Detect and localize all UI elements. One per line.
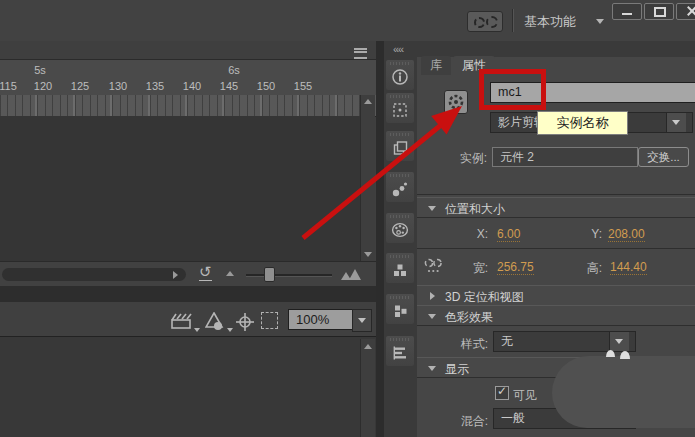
frame-number: 150 (253, 80, 279, 92)
section-color-effect[interactable]: 色彩效果 (417, 305, 695, 326)
width-value[interactable]: 256.75 (497, 260, 534, 275)
swap-button[interactable]: 交换... (638, 147, 689, 167)
overlay-blob (552, 356, 695, 428)
tab-library[interactable]: 库 (421, 56, 451, 75)
scroll-down-icon[interactable] (364, 252, 372, 257)
timeline-vertical-scrollbar[interactable] (360, 95, 375, 261)
collapse-chevrons-icon[interactable]: «« (393, 43, 403, 55)
section-title: 色彩效果 (445, 309, 493, 326)
close-button[interactable] (676, 3, 695, 20)
components-icon (391, 261, 409, 279)
dot-icon (606, 350, 615, 357)
style-label: 样式: (448, 336, 488, 353)
align-panel-button[interactable] (386, 336, 414, 366)
small-frames-icon[interactable] (226, 271, 234, 276)
frame-size-slider-track[interactable] (246, 274, 332, 277)
layers-panel-button[interactable] (386, 131, 414, 161)
timeline-header (0, 41, 376, 60)
blend-label: 混合: (448, 413, 488, 430)
maximize-button[interactable] (644, 3, 674, 20)
swatches-icon (391, 180, 409, 198)
transform-panel-button[interactable] (386, 93, 414, 123)
visible-checkbox[interactable]: ✓ (495, 386, 509, 400)
dot-icon (620, 351, 630, 359)
width-label: 宽: (460, 260, 488, 277)
frame-number: 140 (179, 80, 205, 92)
timeline-track-area[interactable] (0, 116, 360, 261)
time-label: 5s (30, 64, 50, 76)
clip-content-icon[interactable] (261, 312, 278, 329)
instance-symbol-field[interactable]: 元件 2 (492, 147, 638, 167)
minimize-button[interactable] (612, 3, 642, 20)
x-value[interactable]: 6.00 (497, 227, 520, 242)
edit-symbols-icon[interactable] (205, 312, 225, 331)
timeline-ruler[interactable]: 5s 6s 115 120 125 130 135 140 145 150 15… (0, 60, 376, 95)
link-broken-icon[interactable] (424, 257, 443, 274)
motion-presets-panel-button[interactable] (386, 294, 414, 324)
info-icon (391, 68, 409, 86)
section-3d[interactable]: 3D 定位和视图 (417, 285, 695, 306)
timeline-panel: 5s 6s 115 120 125 130 135 140 145 150 15… (0, 41, 376, 286)
rewind-icon[interactable]: ↺ (199, 263, 212, 281)
transform-icon (391, 101, 409, 119)
panel-icon-dock: «« (384, 41, 418, 437)
y-value[interactable]: 208.00 (608, 227, 645, 242)
center-stage-icon[interactable] (236, 313, 254, 331)
stage-zoom-dropdown-button[interactable] (352, 309, 372, 332)
divider (417, 248, 695, 249)
chevron-down-icon (428, 314, 436, 319)
components-alt-icon (391, 302, 409, 320)
panel-menu-icon[interactable] (354, 48, 367, 59)
align-icon (391, 344, 409, 362)
chevron-down-icon (615, 339, 623, 344)
section-title: 位置和大小 (445, 201, 505, 218)
panel-divider[interactable] (376, 41, 384, 437)
scroll-right-icon[interactable] (173, 271, 178, 279)
chevron-down-icon (428, 366, 436, 371)
chevron-right-icon (430, 292, 435, 300)
palette-panel-button[interactable] (386, 213, 414, 243)
annotation-highlight-box (479, 69, 546, 110)
frame-number: 155 (290, 80, 316, 92)
frame-number: 135 (142, 80, 168, 92)
scroll-up-icon[interactable] (364, 99, 372, 104)
edit-bar: 100% (0, 302, 376, 337)
frame-number: 115 (0, 80, 21, 92)
properties-panel: 库 属性 mc1 影片剪辑 实例名称 实例: 元件 2 交换... 位置和大小 … (417, 41, 695, 437)
stage-vertical-scrollbar[interactable] (360, 339, 375, 437)
flash-application-window: 基本功能 5s 6s 115 120 125 130 135 140 145 1… (0, 0, 695, 437)
frame-number: 145 (216, 80, 242, 92)
swatches-panel-button[interactable] (386, 172, 414, 202)
timeline-horizontal-scrollbar[interactable] (2, 268, 186, 281)
titlebar-separator (512, 9, 514, 32)
movie-clip-icon (444, 90, 468, 114)
workspace-menu[interactable]: 基本功能 (524, 13, 576, 31)
timeline-frames[interactable] (0, 95, 376, 117)
instance-label: 实例: (427, 150, 487, 167)
scene-icon[interactable] (170, 313, 194, 331)
style-dropdown-button[interactable] (609, 332, 629, 351)
height-value[interactable]: 144.40 (610, 260, 647, 275)
frame-size-slider-thumb[interactable] (264, 267, 275, 282)
stage-area[interactable] (0, 336, 376, 437)
stage-zoom-input[interactable]: 100% (288, 309, 359, 330)
section-position-size[interactable]: 位置和大小 (417, 197, 695, 218)
workspace-switcher-button[interactable] (467, 11, 503, 32)
frame-number: 125 (67, 80, 93, 92)
chevron-down-icon (227, 328, 233, 332)
section-title: 显示 (445, 361, 469, 378)
instance-name-tooltip: 实例名称 (537, 111, 628, 135)
chevron-down-icon (596, 19, 604, 24)
palette-icon (391, 221, 409, 239)
timeline-bottom-bar: ↺ (0, 261, 376, 287)
symbol-type-dropdown-button[interactable] (666, 113, 686, 132)
info-panel-button[interactable] (386, 60, 414, 90)
components-panel-button[interactable] (386, 253, 414, 283)
scroll-up-icon[interactable] (364, 344, 372, 349)
height-label: 高: (574, 260, 602, 277)
chevron-down-icon (194, 328, 200, 332)
check-icon: ✓ (497, 384, 507, 398)
gear-icon (474, 17, 485, 28)
large-frames-icon[interactable] (341, 268, 361, 280)
frame-number: 130 (105, 80, 131, 92)
